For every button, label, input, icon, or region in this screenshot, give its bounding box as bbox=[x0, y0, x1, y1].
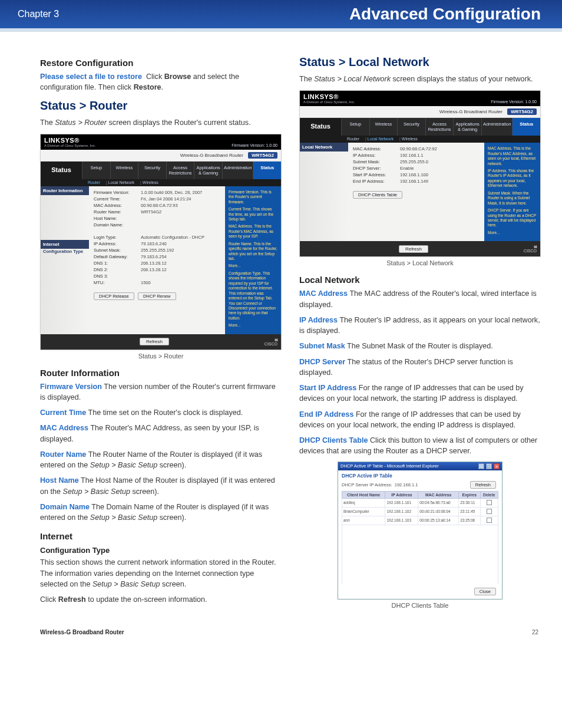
ls-tab-admin[interactable]: Administration bbox=[222, 162, 253, 179]
cell: 00:04:5a:86:73:a0 bbox=[418, 498, 459, 507]
close-icon[interactable]: × bbox=[494, 463, 500, 469]
ls2-r-2-v: 255.255.255.0 bbox=[400, 159, 480, 164]
ls-refresh-button[interactable]: Refresh bbox=[140, 338, 169, 345]
ls-help4: Router Name. This is the specific name f… bbox=[229, 242, 277, 261]
ls-help3: MAC Address. This is the Router's MAC Ad… bbox=[229, 224, 273, 238]
ls-r2-1-l: IP Address: bbox=[94, 241, 141, 246]
rn-ital: Setup > Basic Setup bbox=[90, 461, 157, 469]
ls2-r-0-l: MAC Address: bbox=[353, 146, 400, 151]
ls-more2[interactable]: More... bbox=[229, 323, 240, 327]
ls-subtab-localnet[interactable]: Local Network bbox=[108, 180, 134, 185]
status-router-figure: LINKSYS® A Division of Cisco Systems, In… bbox=[40, 134, 282, 350]
ls-r2-1-v: 79.183.6.240 bbox=[141, 241, 220, 246]
status-router-heading: Status > Router bbox=[40, 99, 282, 113]
ln-mac-lead: MAC Address bbox=[299, 289, 348, 298]
internet-refresh-c: to update the on-screen information. bbox=[86, 595, 207, 604]
ls-r2-5-v: 206.13.28.12 bbox=[141, 267, 220, 272]
ls-more1[interactable]: More... bbox=[229, 263, 240, 268]
ls2-tab-wireless[interactable]: Wireless bbox=[369, 118, 398, 136]
table-row: BrianComputer 192.168.1.102 00:d0:21:d3:… bbox=[342, 507, 498, 516]
minimize-icon[interactable]: _ bbox=[478, 463, 484, 469]
ln-ip-lead: IP Address bbox=[299, 316, 338, 324]
ls-subtab-wireless[interactable]: Wireless bbox=[143, 180, 158, 185]
cell: BrianComputer bbox=[342, 507, 385, 516]
ls2-tab-security[interactable]: Security bbox=[397, 118, 425, 136]
ln-sip-lead: Start IP Address bbox=[299, 384, 356, 392]
ls2-r-0-v: 00:90:88:CA:72:92 bbox=[400, 146, 480, 151]
right-column: Status > Local Network The Status > Loca… bbox=[299, 50, 541, 615]
ls2-tab-access[interactable]: Access Restrictions bbox=[425, 118, 454, 136]
sr-introItal: Status > Router bbox=[55, 118, 107, 127]
delete-checkbox[interactable] bbox=[487, 518, 492, 523]
table-row: ann 192.168.1.103 00:06:25:13:a0:14 23:2… bbox=[342, 516, 498, 525]
restore-para: Please select a file to restore Click Br… bbox=[40, 71, 282, 93]
ls-tab-wireless[interactable]: Wireless bbox=[110, 162, 138, 179]
ls2-tab-apps[interactable]: Applications & Gaming bbox=[453, 118, 481, 136]
hn-ital: Setup > Basic Setup bbox=[63, 487, 130, 496]
ls2-tab-status[interactable]: Status bbox=[512, 118, 540, 136]
dhcp-close-button[interactable]: Close bbox=[474, 588, 496, 595]
dhcp-win-title: DHCP Active IP Table - Microsoft Interne… bbox=[340, 463, 439, 469]
local-network-heading: Local Network bbox=[299, 275, 541, 285]
internet-refresh-b: Refresh bbox=[58, 595, 86, 604]
ls-tab-access[interactable]: Access Restrictions bbox=[166, 162, 194, 179]
ls2-tab-setup[interactable]: Setup bbox=[341, 118, 369, 136]
ls2-r-5-l: End IP Address: bbox=[353, 179, 400, 184]
ls-tab-setup[interactable]: Setup bbox=[82, 162, 110, 179]
dhcp-col-3: Expires bbox=[459, 491, 480, 498]
ls-r2-2-l: Subnet Mask: bbox=[94, 248, 141, 253]
ls2-refresh-button[interactable]: Refresh bbox=[399, 245, 428, 253]
maximize-icon[interactable]: □ bbox=[486, 463, 492, 469]
ls2-help2: IP Address. This shows the Router's IP A… bbox=[488, 169, 534, 187]
ln-ds-lead: DHCP Server bbox=[299, 358, 345, 366]
dhcp-refresh-button[interactable]: Refresh bbox=[470, 481, 496, 489]
ls2-help4: DHCP Server. If you are using the Router… bbox=[488, 208, 536, 227]
status-local-intro: The Status > Local Network screen displa… bbox=[299, 74, 541, 84]
cell: 192.168.1.103 bbox=[385, 516, 418, 525]
ls2-clients-btn[interactable]: DHCP Clients Table bbox=[353, 191, 402, 199]
dn-body-b: screen). bbox=[157, 513, 186, 522]
ct-body: The time set on the Router's clock is di… bbox=[88, 409, 243, 417]
dhcp-server-label: DHCP Server IP Address: bbox=[342, 482, 392, 487]
router-info-heading: Router Information bbox=[40, 368, 282, 378]
ls-r1-0-l: Firmware Version: bbox=[94, 190, 141, 195]
dhcp-col-4: Delete bbox=[480, 491, 498, 498]
ls2-r-4-l: Start IP Address: bbox=[353, 172, 400, 177]
ls-r1-1-v: Fri, Jan 04 2008 14:21:24 bbox=[141, 196, 220, 202]
hn-body-b: screen). bbox=[130, 487, 159, 496]
ls2-model: WRT54G2 bbox=[507, 108, 537, 115]
ls-r1-3-v: WRT54G2 bbox=[141, 209, 220, 215]
ls2-tab-admin[interactable]: Administration bbox=[481, 118, 513, 136]
status-router-intro: The Status > Router screen displays the … bbox=[40, 117, 282, 128]
delete-checkbox[interactable] bbox=[487, 509, 492, 514]
cell: 23:11:45 bbox=[459, 507, 480, 516]
ls2-more[interactable]: More... bbox=[488, 230, 500, 235]
status-local-figure: LINKSYS® A Division of Cisco Systems, In… bbox=[299, 90, 541, 257]
cell: 23:30:11 bbox=[459, 498, 480, 507]
table-row: addieq 192.168.1.101 00:04:5a:86:73:a0 2… bbox=[342, 498, 498, 507]
dhcp-active-title: DHCP Active IP Table bbox=[338, 470, 502, 481]
ls-dhcp-renew-btn[interactable]: DHCP Renew bbox=[138, 292, 176, 300]
restore-body-a: Click bbox=[146, 73, 162, 81]
ls-dhcp-release-btn[interactable]: DHCP Release bbox=[94, 292, 134, 300]
ls-product-name: Wireless-G Broadband Router bbox=[180, 153, 243, 158]
ls2-subtab-localnet[interactable]: Local Network bbox=[368, 137, 394, 141]
internet-refresh-a: Click bbox=[40, 595, 58, 604]
ls2-r-2-l: Subnet Mask: bbox=[353, 159, 400, 164]
ls-tab-apps[interactable]: Applications & Gaming bbox=[194, 162, 222, 179]
ls-panel2-title: Internet bbox=[41, 240, 89, 249]
ls2-subtab-router[interactable]: Router bbox=[347, 137, 359, 141]
cell: 23:25:06 bbox=[459, 516, 480, 525]
ls-subtab-router[interactable]: Router bbox=[88, 180, 100, 185]
ls2-subtab-wireless[interactable]: Wireless bbox=[402, 137, 418, 141]
sl-introItal: Status > Local Network bbox=[314, 75, 391, 83]
ls-tab-security[interactable]: Security bbox=[138, 162, 166, 179]
cell: ann bbox=[342, 516, 385, 525]
cell: addieq bbox=[342, 498, 385, 507]
ls-firmware-tag: Firmware Version: 1.0.00 bbox=[232, 143, 277, 147]
ls-r1-2-l: MAC Address: bbox=[94, 203, 141, 208]
ls-r2-5-l: DNS 2: bbox=[94, 267, 141, 272]
delete-checkbox[interactable] bbox=[487, 500, 492, 505]
ls-tab-status[interactable]: Status bbox=[253, 162, 281, 179]
ls-r1-4-v bbox=[141, 216, 220, 221]
